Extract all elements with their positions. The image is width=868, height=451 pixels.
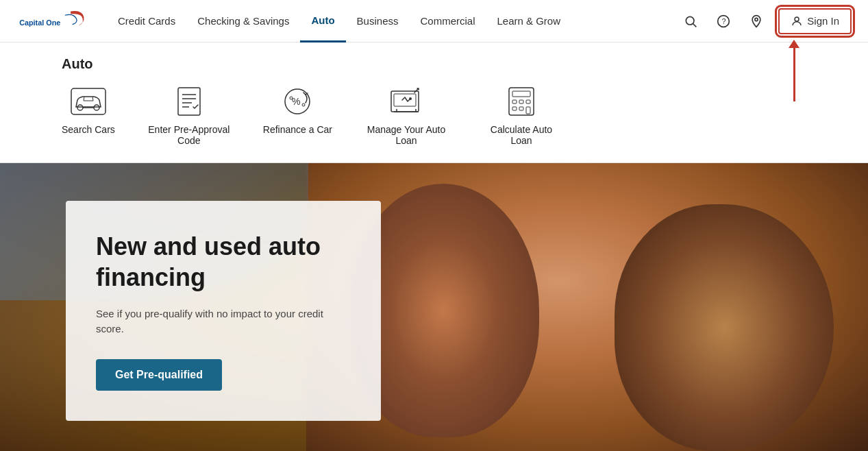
manage-loan-label: Manage Your Auto Loan <box>365 124 447 146</box>
sign-in-button[interactable]: Sign In <box>778 8 852 34</box>
hero-title: New and used auto financing <box>96 231 348 293</box>
header-icons: ? Sign In <box>680 8 852 34</box>
pre-approval-icon <box>170 86 208 117</box>
location-icon <box>749 14 763 28</box>
svg-point-19 <box>302 103 305 106</box>
capital-one-logo-svg: Capital One <box>16 8 85 34</box>
calculate-label: Calculate Auto Loan <box>480 124 562 146</box>
refinance-icon: % <box>278 86 317 117</box>
svg-rect-7 <box>71 88 106 114</box>
manage-loan-icon <box>387 86 425 117</box>
red-arrow <box>793 47 795 101</box>
nav-checking-savings[interactable]: Checking & Savings <box>186 0 300 42</box>
svg-text:%: % <box>292 96 300 107</box>
pre-approval-label: Enter Pre-Approval Code <box>148 124 230 146</box>
search-cars-icon <box>69 86 108 117</box>
hero-section: New and used auto financing See if you p… <box>0 163 868 451</box>
svg-point-8 <box>77 105 83 110</box>
svg-point-6 <box>795 17 799 21</box>
svg-rect-29 <box>519 100 523 103</box>
sign-in-label: Sign In <box>807 15 839 27</box>
nav-credit-cards[interactable]: Credit Cards <box>107 0 186 42</box>
help-icon: ? <box>717 14 730 28</box>
svg-text:?: ? <box>722 17 726 25</box>
refinance-item[interactable]: % Refinance a Car <box>263 86 332 146</box>
auto-section: Auto Search Cars <box>0 42 868 163</box>
auto-title: Auto <box>62 56 806 72</box>
calculate-icon <box>502 86 541 117</box>
calculate-item[interactable]: Calculate Auto Loan <box>480 86 562 146</box>
refinance-label: Refinance a Car <box>263 124 332 135</box>
get-prequalified-button[interactable]: Get Pre-qualified <box>96 359 222 391</box>
hero-subtitle: See if you pre-qualify with no impact to… <box>96 306 348 337</box>
search-button[interactable] <box>680 10 702 32</box>
header: Capital One Credit Cards Checking & Savi… <box>0 0 868 42</box>
nav-business[interactable]: Business <box>346 0 410 42</box>
auto-nav: Search Cars Enter Pre-Approval Code <box>62 86 806 146</box>
svg-rect-21 <box>394 94 416 106</box>
svg-rect-11 <box>178 88 200 115</box>
search-cars-label: Search Cars <box>62 124 115 135</box>
person-icon <box>791 15 803 27</box>
svg-point-5 <box>755 18 758 21</box>
pre-approval-item[interactable]: Enter Pre-Approval Code <box>148 86 230 146</box>
nav-learn-grow[interactable]: Learn & Grow <box>486 0 572 42</box>
svg-point-25 <box>409 97 412 100</box>
nav-auto[interactable]: Auto <box>300 0 345 42</box>
help-button[interactable]: ? <box>712 10 734 32</box>
svg-rect-31 <box>512 107 517 110</box>
svg-rect-28 <box>512 100 517 103</box>
svg-rect-33 <box>526 107 530 114</box>
svg-point-9 <box>94 105 99 110</box>
manage-loan-item[interactable]: Manage Your Auto Loan <box>365 86 447 146</box>
svg-rect-30 <box>526 100 530 103</box>
svg-rect-32 <box>519 107 523 110</box>
svg-point-1 <box>686 16 695 25</box>
location-button[interactable] <box>745 10 767 32</box>
hero-people-image <box>306 163 868 451</box>
search-icon <box>684 14 697 28</box>
logo[interactable]: Capital One <box>16 8 85 34</box>
svg-text:Capital One: Capital One <box>19 19 60 27</box>
search-cars-item[interactable]: Search Cars <box>62 86 115 146</box>
nav-commercial[interactable]: Commercial <box>409 0 486 42</box>
svg-line-2 <box>693 23 697 27</box>
hero-card: New and used auto financing See if you p… <box>66 201 381 421</box>
svg-rect-27 <box>512 91 530 97</box>
main-nav: Credit Cards Checking & Savings Auto Bus… <box>107 0 680 42</box>
